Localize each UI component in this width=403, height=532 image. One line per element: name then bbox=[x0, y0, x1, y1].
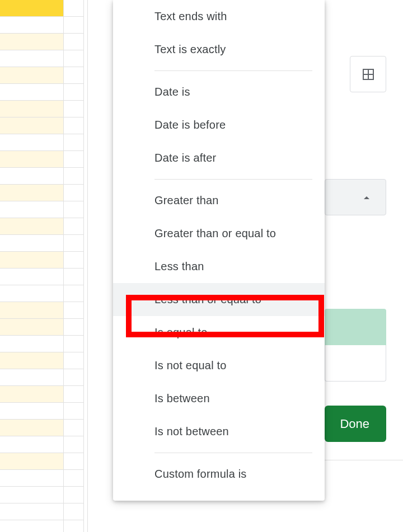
cell[interactable] bbox=[64, 453, 84, 470]
cell[interactable] bbox=[64, 84, 84, 101]
cell[interactable] bbox=[64, 168, 84, 185]
cell[interactable] bbox=[0, 520, 64, 532]
option-date-is[interactable]: Date is bbox=[113, 76, 325, 109]
option-text-is-exactly[interactable]: Text is exactly bbox=[113, 33, 325, 66]
cell[interactable] bbox=[64, 352, 84, 369]
header-cell[interactable] bbox=[0, 0, 64, 17]
cell[interactable] bbox=[0, 151, 64, 168]
cell[interactable] bbox=[0, 34, 64, 50]
cell[interactable] bbox=[64, 218, 84, 235]
cell[interactable] bbox=[64, 420, 84, 436]
cell[interactable] bbox=[64, 503, 84, 520]
format-preview[interactable] bbox=[325, 309, 386, 345]
grid-icon bbox=[362, 68, 375, 81]
cell[interactable] bbox=[64, 0, 84, 17]
cell[interactable] bbox=[0, 67, 64, 84]
cell[interactable] bbox=[64, 470, 84, 487]
cell[interactable] bbox=[0, 302, 64, 319]
cell[interactable] bbox=[64, 201, 84, 218]
menu-divider bbox=[154, 453, 312, 453]
cell[interactable] bbox=[64, 34, 84, 50]
cell[interactable] bbox=[64, 336, 84, 352]
cell[interactable] bbox=[64, 252, 84, 269]
option-date-is-after[interactable]: Date is after bbox=[113, 142, 325, 175]
done-button[interactable]: Done bbox=[325, 406, 386, 442]
cell[interactable] bbox=[64, 285, 84, 302]
cell[interactable] bbox=[64, 302, 84, 319]
cell[interactable] bbox=[0, 386, 64, 403]
option-greater-than[interactable]: Greater than bbox=[113, 184, 325, 217]
cell[interactable] bbox=[64, 369, 84, 386]
cell[interactable] bbox=[64, 487, 84, 503]
cell[interactable] bbox=[64, 50, 84, 67]
menu-divider bbox=[154, 179, 312, 180]
cell[interactable] bbox=[64, 520, 84, 532]
cell[interactable] bbox=[64, 319, 84, 336]
cell[interactable] bbox=[0, 336, 64, 352]
cell[interactable] bbox=[0, 403, 64, 420]
cell[interactable] bbox=[0, 252, 64, 269]
cell[interactable] bbox=[0, 453, 64, 470]
cell[interactable] bbox=[0, 17, 64, 34]
cell[interactable] bbox=[64, 185, 84, 201]
option-is-between[interactable]: Is between bbox=[113, 382, 325, 415]
format-rule-select[interactable] bbox=[325, 179, 386, 215]
cell[interactable] bbox=[64, 151, 84, 168]
select-range-button[interactable] bbox=[350, 56, 386, 92]
option-greater-than-or-equal-to[interactable]: Greater than or equal to bbox=[113, 217, 325, 250]
cell[interactable] bbox=[0, 420, 64, 436]
cell[interactable] bbox=[64, 403, 84, 420]
cell[interactable] bbox=[0, 352, 64, 369]
cell[interactable] bbox=[64, 67, 84, 84]
cell[interactable] bbox=[0, 285, 64, 302]
cell[interactable] bbox=[0, 185, 64, 201]
cell[interactable] bbox=[0, 235, 64, 252]
cell[interactable] bbox=[0, 101, 64, 117]
option-is-not-equal-to[interactable]: Is not equal to bbox=[113, 349, 325, 382]
option-is-not-between[interactable]: Is not between bbox=[113, 415, 325, 448]
cell[interactable] bbox=[64, 134, 84, 151]
option-text-ends-with[interactable]: Text ends with bbox=[113, 0, 325, 33]
menu-divider bbox=[154, 70, 312, 71]
cell[interactable] bbox=[0, 84, 64, 101]
cell[interactable] bbox=[0, 201, 64, 218]
format-preview-extension bbox=[325, 345, 386, 382]
format-rule-dropdown: Text ends with Text is exactly Date is D… bbox=[113, 0, 325, 501]
cell[interactable] bbox=[0, 269, 64, 285]
caret-up-icon bbox=[363, 195, 370, 200]
cell[interactable] bbox=[64, 386, 84, 403]
cell[interactable] bbox=[0, 436, 64, 453]
cell[interactable] bbox=[0, 117, 64, 134]
cell[interactable] bbox=[0, 369, 64, 386]
option-date-is-before[interactable]: Date is before bbox=[113, 109, 325, 142]
cell[interactable] bbox=[0, 470, 64, 487]
cell[interactable] bbox=[64, 235, 84, 252]
cell[interactable] bbox=[0, 218, 64, 235]
option-is-equal-to[interactable]: Is equal to bbox=[113, 316, 325, 349]
cell[interactable] bbox=[0, 487, 64, 503]
cell[interactable] bbox=[64, 17, 84, 34]
cell[interactable] bbox=[64, 101, 84, 117]
cell[interactable] bbox=[64, 269, 84, 285]
cell[interactable] bbox=[0, 134, 64, 151]
option-less-than[interactable]: Less than bbox=[113, 250, 325, 283]
spreadsheet-cells bbox=[0, 0, 84, 532]
cell[interactable] bbox=[0, 168, 64, 185]
cell[interactable] bbox=[0, 503, 64, 520]
cell[interactable] bbox=[0, 319, 64, 336]
done-button-label: Done bbox=[340, 417, 369, 431]
option-less-than-or-equal-to[interactable]: Less than or equal to bbox=[113, 283, 325, 316]
option-custom-formula-is[interactable]: Custom formula is bbox=[113, 458, 325, 491]
cell[interactable] bbox=[64, 117, 84, 134]
cell[interactable] bbox=[64, 436, 84, 453]
cell[interactable] bbox=[0, 50, 64, 67]
